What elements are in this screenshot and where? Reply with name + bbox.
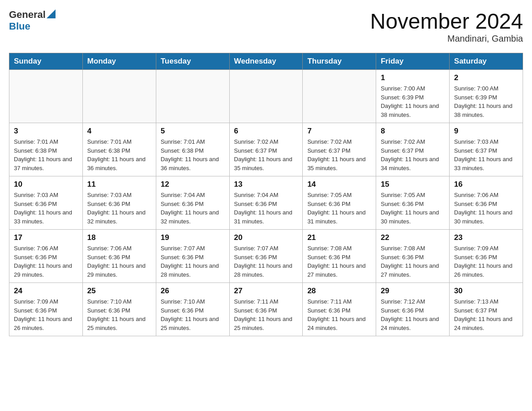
day-number: 25: [87, 287, 151, 295]
header-sunday: Sunday: [9, 53, 83, 70]
calendar-cell-w2-d2: 4Sunrise: 7:01 AMSunset: 6:38 PMDaylight…: [82, 123, 156, 176]
day-number: 4: [87, 127, 151, 136]
day-sun-info: Sunrise: 7:10 AMSunset: 6:36 PMDaylight:…: [161, 297, 225, 332]
day-sun-info: Sunrise: 7:06 AMSunset: 6:36 PMDaylight:…: [14, 244, 78, 279]
day-number: 5: [161, 127, 225, 136]
day-number: 19: [161, 233, 225, 242]
day-number: 22: [381, 233, 445, 242]
day-sun-info: Sunrise: 7:07 AMSunset: 6:36 PMDaylight:…: [161, 244, 225, 279]
day-sun-info: Sunrise: 7:03 AMSunset: 6:37 PMDaylight:…: [454, 137, 518, 172]
header-friday: Friday: [376, 53, 450, 70]
location-subtitle: Mandinari, Gambia: [370, 34, 523, 44]
day-number: 23: [454, 233, 518, 242]
calendar-cell-w3-d2: 11Sunrise: 7:03 AMSunset: 6:36 PMDayligh…: [82, 176, 156, 230]
calendar-cell-w1-d2: [82, 70, 156, 123]
day-number: 7: [307, 127, 371, 136]
header-monday: Monday: [82, 53, 156, 70]
day-number: 24: [14, 287, 78, 295]
day-number: 16: [454, 180, 518, 189]
calendar-cell-w4-d5: 21Sunrise: 7:08 AMSunset: 6:36 PMDayligh…: [303, 230, 376, 283]
calendar-cell-w3-d5: 14Sunrise: 7:05 AMSunset: 6:36 PMDayligh…: [303, 176, 376, 230]
calendar-cell-w1-d3: [156, 70, 229, 123]
day-number: 2: [454, 73, 518, 82]
calendar-cell-w5-d2: 25Sunrise: 7:10 AMSunset: 6:36 PMDayligh…: [82, 283, 156, 336]
day-number: 20: [234, 233, 298, 242]
calendar-cell-w5-d1: 24Sunrise: 7:09 AMSunset: 6:36 PMDayligh…: [9, 283, 83, 336]
calendar-cell-w2-d3: 5Sunrise: 7:01 AMSunset: 6:38 PMDaylight…: [156, 123, 229, 176]
calendar-cell-w1-d4: [229, 70, 303, 123]
week-row-2: 3Sunrise: 7:01 AMSunset: 6:38 PMDaylight…: [9, 123, 523, 176]
page-header: General Blue November 2024 Mandinari, Ga…: [9, 9, 523, 44]
calendar-table: SundayMondayTuesdayWednesdayThursdayFrid…: [9, 53, 523, 336]
calendar-cell-w4-d1: 17Sunrise: 7:06 AMSunset: 6:36 PMDayligh…: [9, 230, 83, 283]
day-sun-info: Sunrise: 7:06 AMSunset: 6:36 PMDaylight:…: [454, 191, 518, 226]
header-tuesday: Tuesday: [156, 53, 229, 70]
header-saturday: Saturday: [450, 53, 523, 70]
day-number: 21: [307, 233, 371, 242]
header-thursday: Thursday: [303, 53, 376, 70]
day-sun-info: Sunrise: 7:10 AMSunset: 6:36 PMDaylight:…: [87, 297, 151, 332]
day-sun-info: Sunrise: 7:05 AMSunset: 6:36 PMDaylight:…: [381, 191, 445, 226]
day-number: 3: [14, 127, 78, 136]
calendar-cell-w1-d5: [303, 70, 376, 123]
calendar-cell-w2-d5: 7Sunrise: 7:02 AMSunset: 6:37 PMDaylight…: [303, 123, 376, 176]
calendar-cell-w4-d3: 19Sunrise: 7:07 AMSunset: 6:36 PMDayligh…: [156, 230, 229, 283]
calendar-cell-w1-d1: [9, 70, 83, 123]
logo: General Blue: [9, 9, 56, 32]
calendar-cell-w3-d3: 12Sunrise: 7:04 AMSunset: 6:36 PMDayligh…: [156, 176, 229, 230]
week-row-1: 1Sunrise: 7:00 AMSunset: 6:39 PMDaylight…: [9, 70, 523, 123]
day-sun-info: Sunrise: 7:04 AMSunset: 6:36 PMDaylight:…: [161, 191, 225, 226]
calendar-cell-w2-d1: 3Sunrise: 7:01 AMSunset: 6:38 PMDaylight…: [9, 123, 83, 176]
title-block: November 2024 Mandinari, Gambia: [370, 9, 523, 44]
day-sun-info: Sunrise: 7:03 AMSunset: 6:36 PMDaylight:…: [87, 191, 151, 226]
calendar-cell-w2-d4: 6Sunrise: 7:02 AMSunset: 6:37 PMDaylight…: [229, 123, 303, 176]
calendar-cell-w5-d7: 30Sunrise: 7:13 AMSunset: 6:37 PMDayligh…: [450, 283, 523, 336]
day-number: 8: [381, 127, 445, 136]
logo-triangle-icon: [47, 9, 56, 18]
day-sun-info: Sunrise: 7:07 AMSunset: 6:36 PMDaylight:…: [234, 244, 298, 279]
day-number: 12: [161, 180, 225, 189]
day-number: 6: [234, 127, 298, 136]
day-number: 17: [14, 233, 78, 242]
calendar-cell-w3-d4: 13Sunrise: 7:04 AMSunset: 6:36 PMDayligh…: [229, 176, 303, 230]
calendar-cell-w1-d6: 1Sunrise: 7:00 AMSunset: 6:39 PMDaylight…: [376, 70, 450, 123]
day-sun-info: Sunrise: 7:02 AMSunset: 6:37 PMDaylight:…: [234, 137, 298, 172]
day-number: 18: [87, 233, 151, 242]
calendar-cell-w5-d3: 26Sunrise: 7:10 AMSunset: 6:36 PMDayligh…: [156, 283, 229, 336]
calendar-cell-w5-d4: 27Sunrise: 7:11 AMSunset: 6:36 PMDayligh…: [229, 283, 303, 336]
day-number: 11: [87, 180, 151, 189]
day-sun-info: Sunrise: 7:01 AMSunset: 6:38 PMDaylight:…: [161, 137, 225, 172]
calendar-cell-w3-d1: 10Sunrise: 7:03 AMSunset: 6:36 PMDayligh…: [9, 176, 83, 230]
day-number: 14: [307, 180, 371, 189]
calendar-cell-w4-d7: 23Sunrise: 7:09 AMSunset: 6:36 PMDayligh…: [450, 230, 523, 283]
day-sun-info: Sunrise: 7:12 AMSunset: 6:36 PMDaylight:…: [381, 297, 445, 332]
calendar-cell-w2-d7: 9Sunrise: 7:03 AMSunset: 6:37 PMDaylight…: [450, 123, 523, 176]
month-title: November 2024: [370, 9, 523, 34]
day-number: 29: [381, 287, 445, 295]
day-number: 13: [234, 180, 298, 189]
logo-blue-text: Blue: [9, 21, 30, 32]
day-sun-info: Sunrise: 7:03 AMSunset: 6:36 PMDaylight:…: [14, 191, 78, 226]
calendar-cell-w3-d7: 16Sunrise: 7:06 AMSunset: 6:36 PMDayligh…: [450, 176, 523, 230]
calendar-cell-w4-d4: 20Sunrise: 7:07 AMSunset: 6:36 PMDayligh…: [229, 230, 303, 283]
day-sun-info: Sunrise: 7:01 AMSunset: 6:38 PMDaylight:…: [87, 137, 151, 172]
calendar-cell-w2-d6: 8Sunrise: 7:02 AMSunset: 6:37 PMDaylight…: [376, 123, 450, 176]
day-number: 27: [234, 287, 298, 295]
week-row-4: 17Sunrise: 7:06 AMSunset: 6:36 PMDayligh…: [9, 230, 523, 283]
day-number: 30: [454, 287, 518, 295]
svg-marker-0: [47, 9, 56, 18]
day-sun-info: Sunrise: 7:13 AMSunset: 6:37 PMDaylight:…: [454, 297, 518, 332]
logo-general-text: General: [9, 9, 46, 21]
day-number: 26: [161, 287, 225, 295]
day-sun-info: Sunrise: 7:08 AMSunset: 6:36 PMDaylight:…: [307, 244, 371, 279]
week-row-5: 24Sunrise: 7:09 AMSunset: 6:36 PMDayligh…: [9, 283, 523, 336]
day-sun-info: Sunrise: 7:04 AMSunset: 6:36 PMDaylight:…: [234, 191, 298, 226]
day-sun-info: Sunrise: 7:06 AMSunset: 6:36 PMDaylight:…: [87, 244, 151, 279]
calendar-cell-w4-d6: 22Sunrise: 7:08 AMSunset: 6:36 PMDayligh…: [376, 230, 450, 283]
day-sun-info: Sunrise: 7:00 AMSunset: 6:39 PMDaylight:…: [381, 84, 445, 119]
calendar-cell-w5-d5: 28Sunrise: 7:11 AMSunset: 6:36 PMDayligh…: [303, 283, 376, 336]
week-row-3: 10Sunrise: 7:03 AMSunset: 6:36 PMDayligh…: [9, 176, 523, 230]
calendar-cell-w1-d7: 2Sunrise: 7:00 AMSunset: 6:39 PMDaylight…: [450, 70, 523, 123]
day-sun-info: Sunrise: 7:11 AMSunset: 6:36 PMDaylight:…: [234, 297, 298, 332]
day-number: 15: [381, 180, 445, 189]
